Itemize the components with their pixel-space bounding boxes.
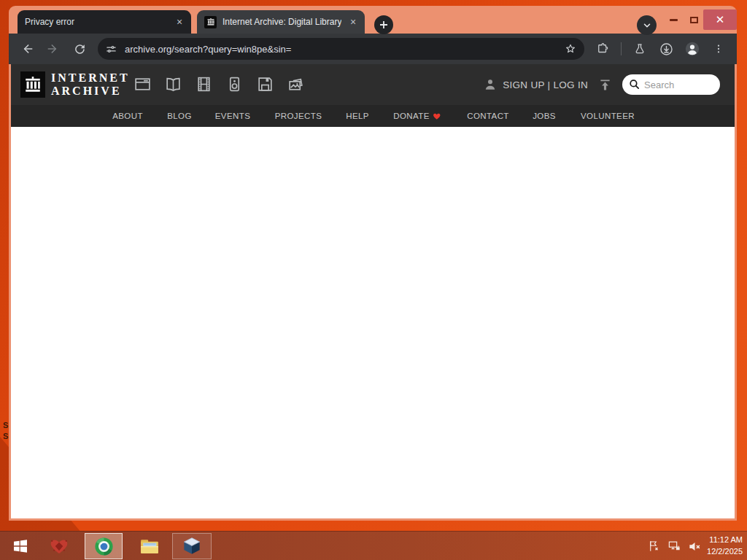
clock-time: 11:12 AM <box>700 534 743 546</box>
downloads-icon[interactable] <box>655 38 677 60</box>
site-info-icon[interactable] <box>105 43 117 55</box>
tab-title: Internet Archive: Digital Library <box>222 17 341 27</box>
action-center-flag-icon[interactable] <box>648 540 661 553</box>
reload-button[interactable] <box>69 38 90 60</box>
nav-contact[interactable]: CONTACT <box>467 105 509 127</box>
system-tray <box>648 532 702 560</box>
audio-icon[interactable] <box>225 75 244 93</box>
taskbar-app-chrome[interactable] <box>85 533 123 559</box>
chrome-icon <box>93 536 115 557</box>
close-window-button[interactable]: ✕ <box>703 9 737 30</box>
tab-strip: Privacy error × Internet Archive: Digita… <box>9 6 737 34</box>
tab-privacy-error[interactable]: Privacy error × <box>18 10 191 34</box>
browser-window: Privacy error × Internet Archive: Digita… <box>9 6 737 521</box>
search-icon <box>628 78 640 90</box>
back-button[interactable] <box>16 38 38 60</box>
taskbar-app-red-heart[interactable] <box>44 533 74 559</box>
desktop-icon-label-fragment: S <box>3 421 8 429</box>
start-button[interactable] <box>4 533 36 559</box>
network-icon[interactable] <box>667 540 681 553</box>
signup-login-link[interactable]: SIGN UP | LOG IN <box>483 77 588 92</box>
new-tab-button[interactable] <box>374 15 393 34</box>
nav-events[interactable]: EVENTS <box>215 105 250 127</box>
nav-help[interactable]: HELP <box>346 105 369 127</box>
nav-projects[interactable]: PROJECTS <box>275 105 322 127</box>
nav-donate[interactable]: DONATE <box>393 105 441 127</box>
internet-archive-wordmark[interactable]: INTERNET ARCHIVE <box>51 71 130 97</box>
internet-archive-favicon <box>204 16 217 28</box>
menu-dots-icon[interactable] <box>708 38 729 60</box>
tab-title: Privacy error <box>25 17 168 27</box>
clock-date: 12/2/2025 <box>700 546 743 558</box>
web-icon[interactable] <box>133 75 152 93</box>
nav-about[interactable]: ABOUT <box>112 105 143 127</box>
web-content: INTERNET ARCHIVE <box>11 64 735 518</box>
taskbar-clock[interactable]: 11:12 AM 12/2/2025 <box>700 534 743 558</box>
internet-archive-logo[interactable] <box>20 71 45 98</box>
signup-login-label[interactable]: SIGN UP | LOG IN <box>503 79 588 90</box>
file-explorer-icon <box>139 535 160 557</box>
tab-close-icon[interactable]: × <box>347 16 359 28</box>
tab-internet-archive[interactable]: Internet Archive: Digital Library × <box>197 10 365 34</box>
desktop-icon-label-fragment: S <box>3 432 8 440</box>
video-icon[interactable] <box>195 75 213 93</box>
site-search <box>622 74 720 95</box>
software-icon[interactable] <box>256 75 274 93</box>
profile-avatar-icon[interactable] <box>681 38 703 60</box>
maximize-button[interactable] <box>684 10 703 29</box>
donate-heart-icon <box>433 112 441 120</box>
labs-flask-icon[interactable] <box>629 38 651 60</box>
texts-icon[interactable] <box>164 75 182 93</box>
nav-blog[interactable]: BLOG <box>167 105 192 127</box>
windows-logo-icon <box>12 537 29 555</box>
taskbar-app-virtualbox[interactable] <box>172 533 212 559</box>
virtualbox-icon <box>181 535 203 557</box>
nav-volunteer[interactable]: VOLUNTEER <box>581 105 635 127</box>
minimize-button[interactable] <box>664 10 683 29</box>
forward-button[interactable] <box>42 38 64 60</box>
red-heart-app-icon <box>48 535 70 557</box>
internet-archive-navbar: ABOUT BLOG EVENTS PROJECTS HELP DONATE C… <box>11 105 735 127</box>
extensions-icon[interactable] <box>592 38 614 60</box>
upload-icon[interactable] <box>597 77 613 93</box>
taskbar-app-file-explorer[interactable] <box>133 533 166 559</box>
address-bar[interactable]: archive.org/search?query=win8pe&sin= <box>98 38 584 60</box>
tab-close-icon[interactable]: × <box>174 16 185 28</box>
url-text[interactable]: archive.org/search?query=win8pe&sin= <box>125 44 564 55</box>
person-icon <box>483 77 498 92</box>
toolbar-separator <box>621 42 622 55</box>
images-icon[interactable] <box>287 75 305 93</box>
taskbar: 11:12 AM 12/2/2025 <box>0 531 747 560</box>
nav-donate-label[interactable]: DONATE <box>393 112 429 120</box>
tab-search-button[interactable] <box>637 15 657 35</box>
desktop: S S Privacy error × Internet Archive: Di… <box>0 0 747 560</box>
internet-archive-header: INTERNET ARCHIVE <box>11 64 735 105</box>
nav-jobs[interactable]: JOBS <box>533 105 556 127</box>
media-type-menu <box>133 75 305 93</box>
blank-page-body <box>11 127 735 518</box>
browser-toolbar: archive.org/search?query=win8pe&sin= <box>9 34 737 64</box>
bookmark-star-icon[interactable] <box>564 42 577 55</box>
